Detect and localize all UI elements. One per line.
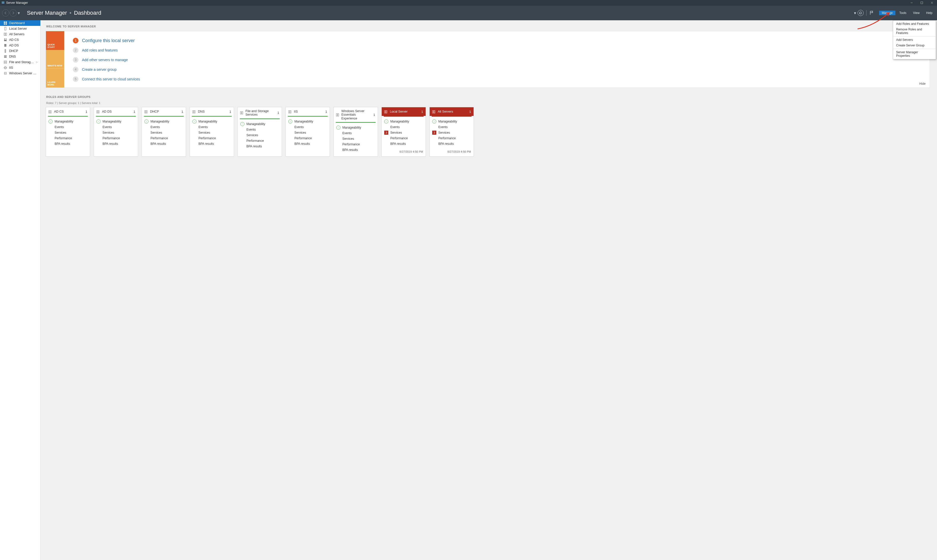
welcome-link-creategroup[interactable]: Create a server group [82, 68, 117, 72]
tile-local-server[interactable]: Local Server1ManageabilityEvents3Service… [381, 107, 426, 157]
back-button[interactable] [2, 9, 9, 17]
tile-row-bpa[interactable]: BPA results [294, 142, 310, 146]
menu-help[interactable]: Help [923, 11, 935, 15]
tile-row-events[interactable]: Events [342, 131, 352, 135]
nav-history-dropdown[interactable]: ▾ [18, 11, 20, 15]
tile-row-bpa[interactable]: BPA results [199, 142, 214, 146]
tile-windows-server-essentials-experience[interactable]: Windows Server Essentials Experience1Man… [333, 107, 378, 157]
tile-row-services[interactable]: Services [199, 131, 210, 134]
tile-row-manageability[interactable]: Manageability [103, 120, 121, 123]
tile-row-manageability[interactable]: Manageability [55, 120, 73, 123]
manage-menu-properties[interactable]: Server Manager Properties [893, 49, 936, 58]
tile-row-performance[interactable]: Performance [199, 137, 216, 140]
sidebar-item-label: File and Storage Services [9, 60, 34, 64]
tile-row-manageability[interactable]: Manageability [390, 120, 409, 123]
tile-all-servers[interactable]: All Servers1ManageabilityEvents3Services… [429, 107, 474, 157]
tile-file-and-storage-services[interactable]: File and Storage Services1ManageabilityE… [237, 107, 282, 157]
tile-row-performance[interactable]: Performance [294, 137, 312, 140]
notifications-flag-icon[interactable] [869, 11, 874, 15]
welcome-hide-link[interactable]: Hide [919, 82, 926, 85]
sidebar-item-dhcp[interactable]: DHCP [0, 48, 40, 54]
manage-menu-remove-roles[interactable]: Remove Roles and Features [893, 27, 936, 36]
close-button[interactable] [927, 0, 937, 6]
tile-row-performance[interactable]: Performance [342, 143, 360, 146]
refresh-button[interactable] [858, 10, 864, 16]
svg-rect-39 [288, 111, 290, 113]
sidebar-item-server[interactable]: Local Server [0, 26, 40, 31]
tile-row-manageability[interactable]: Manageability [199, 120, 217, 123]
sidebar-item-servers[interactable]: All Servers [0, 31, 40, 37]
sidebar-item-dns[interactable]: DNS [0, 54, 40, 59]
tile-iis[interactable]: IIS1ManageabilityEventsServicesPerforman… [285, 107, 330, 157]
tile-row-services[interactable]: Services [390, 131, 402, 134]
menu-tools[interactable]: Tools [897, 11, 909, 15]
welcome-tab-whatsnew[interactable]: WHAT'S NEW [46, 50, 64, 69]
sidebar-item-storage[interactable]: File and Storage Services▷ [0, 59, 40, 65]
tile-row-events[interactable]: Events [151, 125, 160, 129]
menu-view[interactable]: View [911, 11, 922, 15]
forward-button[interactable] [10, 9, 17, 17]
tile-timestamp: 8/27/2019 4:56 PM [430, 150, 473, 155]
manage-menu-add-servers[interactable]: Add Servers [893, 37, 936, 43]
tile-row-events[interactable]: Events [55, 125, 64, 129]
tile-row-manageability[interactable]: Manageability [342, 126, 361, 129]
tile-row-bpa[interactable]: BPA results [55, 142, 70, 146]
tile-row-events[interactable]: Events [199, 125, 208, 129]
tile-row-manageability[interactable]: Manageability [151, 120, 169, 123]
welcome-link-configure[interactable]: Configure this local server [82, 38, 135, 43]
tile-row-performance[interactable]: Performance [55, 137, 72, 140]
tile-row-manageability[interactable]: Manageability [438, 120, 457, 123]
tile-row-events[interactable]: Events [390, 125, 400, 129]
tile-dns[interactable]: DNS1ManageabilityEventsServicesPerforman… [190, 107, 234, 157]
menu-manage[interactable]: Manage [879, 11, 895, 15]
tile-row-services[interactable]: Services [103, 131, 114, 134]
manage-menu-add-roles[interactable]: Add Roles and Features [893, 21, 936, 27]
breadcrumb-page: Dashboard [74, 10, 101, 16]
svg-rect-33 [145, 111, 146, 113]
tile-row-bpa[interactable]: BPA results [342, 148, 358, 152]
tile-row-events[interactable]: Events [294, 125, 304, 129]
step-number-4: 4 [73, 67, 79, 72]
tile-row-performance[interactable]: Performance [438, 137, 456, 140]
welcome-tab-quickstart[interactable]: QUICK START [46, 31, 64, 50]
sidebar-item-dashboard[interactable]: Dashboard [0, 20, 40, 26]
welcome-link-addroles[interactable]: Add roles and features [82, 48, 118, 52]
tile-row-services[interactable]: Services [438, 131, 450, 134]
tile-row-services[interactable]: Services [342, 137, 354, 140]
tile-row-performance[interactable]: Performance [151, 137, 168, 140]
manageability-status-icon [240, 122, 244, 126]
minimize-button[interactable] [906, 0, 917, 6]
manage-menu-create-group[interactable]: Create Server Group [893, 43, 936, 48]
tile-row-performance[interactable]: Performance [390, 137, 408, 140]
chevron-down-icon[interactable]: ▾ [854, 11, 856, 15]
tile-row-events[interactable]: Events [103, 125, 112, 129]
tile-row-performance[interactable]: Performance [247, 139, 264, 143]
tile-row-events[interactable]: Events [438, 125, 448, 129]
tile-row-services[interactable]: Services [294, 131, 306, 134]
tile-row-bpa[interactable]: BPA results [438, 142, 454, 146]
welcome-link-cloud[interactable]: Connect this server to cloud services [82, 77, 140, 81]
sidebar-item-wse[interactable]: Windows Server Essenti... [0, 71, 40, 76]
sidebar-item-iis[interactable]: IIS [0, 65, 40, 71]
tile-row-services[interactable]: Services [55, 131, 66, 134]
welcome-tab-learnmore[interactable]: LEARN MORE [46, 68, 64, 88]
tile-row-bpa[interactable]: BPA results [103, 142, 118, 146]
tile-row-manageability[interactable]: Manageability [294, 120, 313, 123]
tile-row-performance[interactable]: Performance [103, 137, 120, 140]
sidebar-item-adcs[interactable]: AD CS [0, 37, 40, 43]
tile-row-bpa[interactable]: BPA results [151, 142, 166, 146]
tile-count: 1 [182, 110, 183, 114]
tile-row-events[interactable]: Events [247, 128, 256, 131]
sidebar-item-adds[interactable]: AD DS [0, 43, 40, 48]
tile-dhcp[interactable]: DHCP1ManageabilityEventsServicesPerforma… [142, 107, 186, 157]
tile-row-services[interactable]: Services [247, 134, 258, 137]
tile-row-bpa[interactable]: BPA results [390, 142, 406, 146]
tile-row-manageability[interactable]: Manageability [247, 122, 265, 126]
tile-ad-cs[interactable]: AD CS1ManageabilityEventsServicesPerform… [46, 107, 90, 157]
tile-ad-ds[interactable]: AD DS1ManageabilityEventsServicesPerform… [94, 107, 138, 157]
welcome-link-addservers[interactable]: Add other servers to manage [82, 58, 128, 62]
svg-rect-10 [5, 27, 6, 30]
tile-row-services[interactable]: Services [151, 131, 162, 134]
maximize-button[interactable] [917, 0, 927, 6]
tile-row-bpa[interactable]: BPA results [247, 145, 262, 148]
